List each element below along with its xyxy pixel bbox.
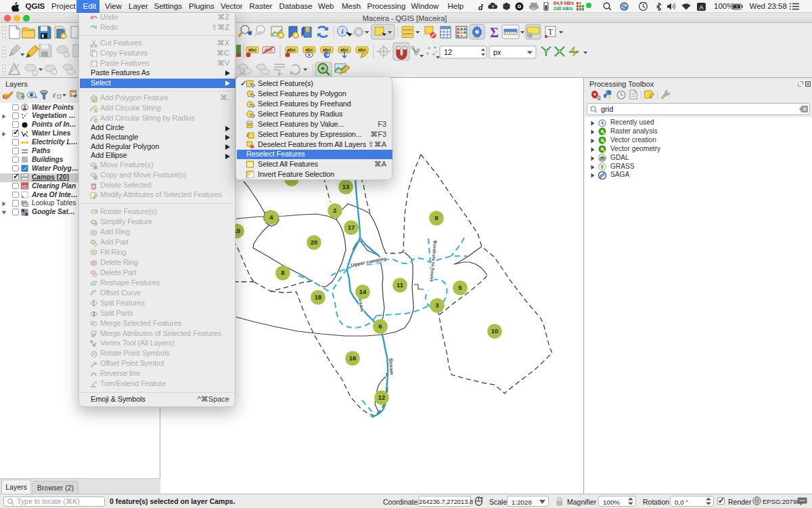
svg-text:abc: abc [323, 47, 331, 52]
svg-text:20: 20 [311, 238, 318, 246]
svg-text:T: T [548, 27, 554, 37]
svg-text:18: 18 [315, 293, 322, 301]
svg-text:14: 14 [359, 288, 367, 295]
svg-text:ε: ε [53, 91, 56, 100]
svg-text:Σ: Σ [490, 25, 499, 40]
svg-text:12: 12 [444, 48, 452, 56]
svg-text:abc: abc [288, 47, 296, 52]
svg-text:4: 4 [269, 213, 273, 221]
svg-text:abc: abc [248, 47, 256, 52]
svg-text:11: 11 [397, 281, 404, 289]
svg-text:6: 6 [378, 322, 382, 330]
svg-text:5: 5 [458, 284, 462, 291]
svg-text:Stream: Stream [388, 358, 394, 375]
svg-text:17: 17 [348, 224, 355, 231]
svg-text:px: px [493, 48, 501, 56]
svg-text:abc: abc [340, 47, 348, 52]
svg-text:13: 13 [342, 183, 350, 190]
svg-text:16: 16 [349, 354, 357, 362]
svg-text:ε: ε [246, 131, 249, 138]
svg-text:12: 12 [378, 394, 386, 401]
svg-text:A: A [699, 3, 703, 10]
svg-text:abc: abc [305, 47, 313, 52]
svg-text:3: 3 [435, 301, 438, 309]
svg-text:10: 10 [491, 327, 499, 335]
svg-text:2: 2 [333, 207, 336, 214]
svg-text:8: 8 [281, 269, 284, 276]
svg-text:9: 9 [434, 214, 438, 221]
svg-text:GDAL: GDAL [600, 158, 606, 161]
